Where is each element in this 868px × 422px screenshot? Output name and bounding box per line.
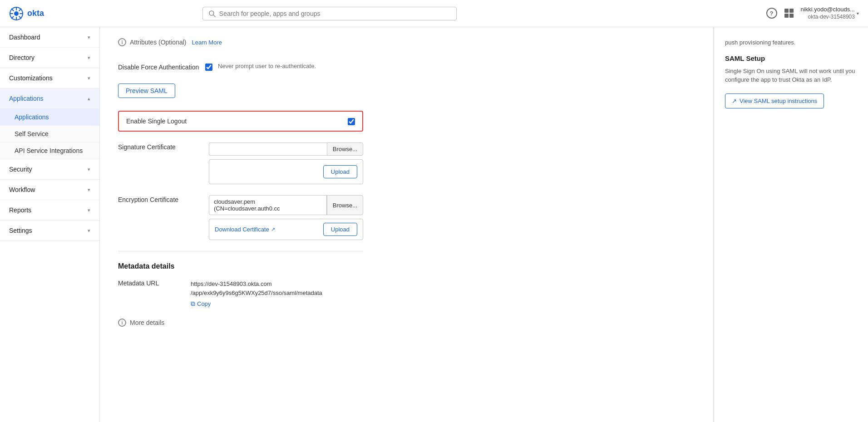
svg-point-1 <box>14 11 19 16</box>
disable-force-auth-checkbox[interactable] <box>205 64 212 71</box>
sidebar-item-workflow[interactable]: Workflow ▾ <box>0 180 99 200</box>
signature-cert-row: Signature Certificate Browse... Upload <box>118 142 363 184</box>
grid-dot <box>789 9 794 13</box>
download-cert-link[interactable]: Download Certificate ↗ <box>215 226 275 233</box>
svg-line-11 <box>213 15 215 17</box>
topnav: okta ? nikki.yodo@clouds... okta-dev-315… <box>0 0 868 27</box>
metadata-heading: Metadata details <box>118 262 363 270</box>
metadata-url-line2: /app/exk9y6y9s6g5KWXy25d7/sso/saml/metad… <box>191 289 322 298</box>
svg-line-9 <box>12 16 14 18</box>
enable-slo-checkbox[interactable] <box>348 118 355 125</box>
sidebar-item-applications[interactable]: Applications ▴ <box>0 88 99 109</box>
search-bar[interactable] <box>202 7 457 20</box>
sidebar-item-reports[interactable]: Reports ▾ <box>0 200 99 221</box>
chevron-up-icon: ▴ <box>88 96 90 102</box>
sidebar: Dashboard ▾ Directory ▾ Customizations ▾… <box>0 27 100 422</box>
chevron-down-icon: ▾ <box>88 167 90 172</box>
force-auth-label: Disable Force Authentication <box>118 63 200 71</box>
force-auth-desc: Never prompt user to re-authenticate. <box>218 63 316 69</box>
sidebar-item-security[interactable]: Security ▾ <box>0 159 99 180</box>
encryption-upload-button[interactable]: Upload <box>323 223 357 236</box>
copy-button[interactable]: ⧉ Copy <box>191 300 211 308</box>
signature-browse-button[interactable]: Browse... <box>327 142 363 156</box>
encryption-cert-value: cloudsaver.pem (CN=cloudsaver.auth0.cc <box>209 195 327 215</box>
svg-line-8 <box>19 9 21 10</box>
sidebar-sub-item-applications[interactable]: Applications <box>0 109 99 126</box>
grid-dot <box>789 14 794 18</box>
learn-more-link[interactable]: Learn More <box>192 39 222 46</box>
signature-browse-row: Browse... <box>209 142 363 156</box>
encryption-cert-field: cloudsaver.pem (CN=cloudsaver.auth0.cc B… <box>209 195 363 240</box>
signature-cert-input[interactable] <box>209 142 327 156</box>
push-prov-text: push provisioning features. <box>725 38 857 47</box>
metadata-url-line1: https://dev-31548903.okta.com <box>191 280 322 289</box>
more-details-label[interactable]: More details <box>130 319 164 326</box>
user-info: nikki.yodo@clouds... okta-dev-31548903 <box>801 6 855 20</box>
view-saml-button[interactable]: ↗ View SAML setup instructions <box>725 93 824 108</box>
encryption-cert-row: Encryption Certificate cloudsaver.pem (C… <box>118 195 363 240</box>
section-divider <box>118 251 363 251</box>
svg-line-7 <box>19 16 21 18</box>
grid-icon[interactable] <box>784 9 794 18</box>
search-input[interactable] <box>219 10 451 17</box>
sidebar-sub-item-api-service[interactable]: API Service Integrations <box>0 142 99 159</box>
enable-slo-label: Enable Single Logout <box>126 118 187 125</box>
attributes-label: Attributes (Optional) <box>130 39 187 46</box>
svg-line-6 <box>12 9 14 10</box>
preview-saml-button[interactable]: Preview SAML <box>118 83 175 98</box>
metadata-url-value: https://dev-31548903.okta.com /app/exk9y… <box>191 280 322 308</box>
topnav-right: ? nikki.yodo@clouds... okta-dev-31548903… <box>766 6 859 20</box>
sidebar-item-customizations[interactable]: Customizations ▾ <box>0 68 99 88</box>
saml-setup-desc: Single Sign On using SAML will not work … <box>725 67 857 84</box>
applications-submenu: Applications Self Service API Service In… <box>0 109 99 159</box>
signature-cert-field: Browse... Upload <box>209 142 363 184</box>
chevron-down-icon: ▾ <box>88 34 90 40</box>
signature-upload-area: Upload <box>209 159 363 184</box>
more-details-row: i More details <box>118 315 363 327</box>
grid-dot <box>784 9 789 13</box>
info-icon-more: i <box>118 319 126 327</box>
content-area: i Attributes (Optional) Learn More Disab… <box>100 27 868 422</box>
chevron-down-icon: ▾ <box>88 207 90 213</box>
metadata-url-label: Metadata URL <box>118 280 182 287</box>
external-link-icon-saml: ↗ <box>732 98 737 104</box>
user-menu[interactable]: nikki.yodo@clouds... okta-dev-31548903 ▾ <box>801 6 859 20</box>
download-cert-area: Download Certificate ↗ Upload <box>209 219 363 240</box>
sidebar-item-directory[interactable]: Directory ▾ <box>0 48 99 68</box>
main-layout: Dashboard ▾ Directory ▾ Customizations ▾… <box>0 27 868 422</box>
attributes-section: i Attributes (Optional) Learn More <box>118 38 363 54</box>
signature-upload-button[interactable]: Upload <box>323 165 357 178</box>
form-content: i Attributes (Optional) Learn More Disab… <box>100 27 381 338</box>
saml-setup-heading: SAML Setup <box>725 54 857 62</box>
form-panel: i Attributes (Optional) Learn More Disab… <box>100 27 714 422</box>
encryption-cert-label: Encryption Certificate <box>118 195 200 203</box>
help-icon[interactable]: ? <box>766 8 777 19</box>
signature-cert-label: Signature Certificate <box>118 142 200 151</box>
right-panel: push provisioning features. SAML Setup S… <box>714 27 868 422</box>
chevron-down-icon: ▾ <box>88 75 90 81</box>
chevron-down-icon: ▾ <box>88 228 90 234</box>
sidebar-item-dashboard[interactable]: Dashboard ▾ <box>0 27 99 48</box>
sidebar-item-settings[interactable]: Settings ▾ <box>0 221 99 241</box>
chevron-down-icon: ▾ <box>88 55 90 61</box>
external-link-icon: ↗ <box>271 226 275 232</box>
search-icon <box>208 10 216 17</box>
force-auth-field: Never prompt user to re-authenticate. <box>205 63 363 71</box>
user-name: nikki.yodo@clouds... <box>801 6 855 14</box>
sidebar-sub-item-self-service[interactable]: Self Service <box>0 126 99 142</box>
encryption-browse-button[interactable]: Browse... <box>327 195 363 215</box>
enable-slo-box: Enable Single Logout <box>118 111 363 132</box>
chevron-down-icon: ▾ <box>88 187 90 193</box>
logo-text: okta <box>27 9 44 18</box>
user-org: okta-dev-31548903 <box>801 14 855 21</box>
okta-logo-icon <box>9 6 24 21</box>
info-icon: i <box>118 38 126 46</box>
metadata-url-row: Metadata URL https://dev-31548903.okta.c… <box>118 280 363 308</box>
disable-force-auth-row: Disable Force Authentication Never promp… <box>118 63 363 71</box>
preview-saml-row: Preview SAML <box>118 83 363 98</box>
grid-dot <box>784 14 789 18</box>
chevron-down-icon: ▾ <box>857 11 859 16</box>
copy-icon: ⧉ <box>191 300 195 308</box>
logo[interactable]: okta <box>9 6 44 21</box>
encryption-browse-row: cloudsaver.pem (CN=cloudsaver.auth0.cc B… <box>209 195 363 215</box>
